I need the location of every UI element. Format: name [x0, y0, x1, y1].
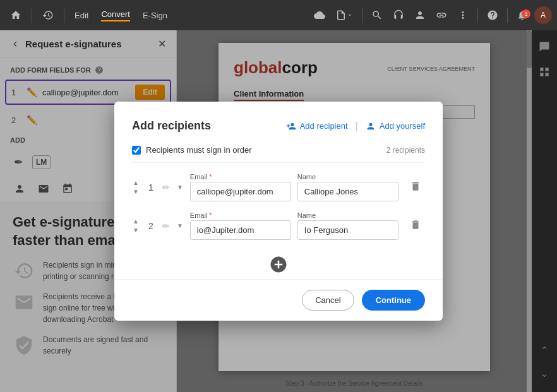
- toolbar-divider-1: [32, 8, 32, 23]
- arrow-down-2[interactable]: ▼: [132, 227, 140, 234]
- modal-overlay: Add recipients Add recipient | Add yours…: [0, 30, 557, 392]
- continue-button[interactable]: Continue: [362, 290, 425, 311]
- add-yourself-button[interactable]: Add yourself: [366, 121, 425, 131]
- toolbar: Edit Convert E-Sign 1 A: [0, 0, 557, 30]
- toolbar-divider-3: [362, 8, 362, 23]
- recipient-form-1: ▲ ▼ 1 ✏ ▼ Email *: [132, 173, 425, 201]
- email-input-1[interactable]: [190, 182, 291, 201]
- add-plus-button[interactable]: [269, 255, 288, 274]
- email-input-2[interactable]: [190, 220, 291, 240]
- trash-button-2[interactable]: [407, 217, 424, 235]
- user-button[interactable]: [410, 6, 429, 25]
- name-input-2[interactable]: [297, 220, 398, 240]
- email-group-2: Email *: [190, 211, 291, 240]
- cancel-button[interactable]: Cancel: [302, 290, 354, 311]
- edit-icon-2[interactable]: ✏: [162, 221, 170, 231]
- main-area: Request e-signatures ✕ ADD FORM FIELDS F…: [0, 30, 557, 392]
- divider: [132, 162, 425, 163]
- dropdown-1[interactable]: ▼: [176, 184, 184, 191]
- arrow-down-1[interactable]: ▼: [132, 188, 140, 196]
- name-group-1: Name: [297, 173, 398, 201]
- modal-title: Add recipients: [132, 119, 211, 133]
- link-button[interactable]: [432, 6, 451, 25]
- email-group-1: Email *: [190, 173, 291, 201]
- search-button[interactable]: [368, 6, 386, 25]
- bell-button[interactable]: 1: [513, 6, 532, 25]
- headphone-button[interactable]: [389, 6, 408, 25]
- esign-button[interactable]: E-Sign: [138, 7, 172, 24]
- dropdown-arrow-2: ▼: [176, 222, 184, 230]
- dropdown-arrow-1: ▼: [176, 184, 184, 191]
- file-button[interactable]: [332, 6, 357, 25]
- cloud-button[interactable]: [310, 6, 329, 25]
- add-recipient-button[interactable]: Add recipient: [286, 121, 348, 131]
- reorder-arrows-1: ▲ ▼: [132, 179, 140, 196]
- recipient-form-2: ▲ ▼ 2 ✏ ▼ Email *: [132, 211, 425, 240]
- toolbar-divider-5: [507, 8, 508, 23]
- reorder-arrows-2: ▲ ▼: [132, 218, 140, 234]
- row-num-2: 2: [146, 221, 156, 231]
- toolbar-divider-2: [64, 8, 64, 23]
- toolbar-divider-4: [477, 8, 478, 23]
- history-button[interactable]: [37, 6, 59, 25]
- sign-order-row: Recipients must sign in order 2 recipien…: [132, 145, 425, 155]
- convert-button[interactable]: Convert: [96, 6, 135, 25]
- modal-footer: Cancel Continue: [114, 279, 443, 321]
- arrow-up-1[interactable]: ▲: [132, 179, 140, 187]
- name-group-2: Name: [297, 211, 398, 240]
- more-button[interactable]: [453, 6, 472, 25]
- bell-badge: 1: [522, 9, 530, 18]
- avatar[interactable]: A: [534, 6, 552, 24]
- sign-order-checkbox[interactable]: [132, 146, 141, 155]
- arrow-up-2[interactable]: ▲: [132, 218, 140, 225]
- sign-order-label[interactable]: Recipients must sign in order: [146, 145, 252, 155]
- modal: Add recipients Add recipient | Add yours…: [114, 102, 443, 321]
- home-button[interactable]: [5, 6, 27, 25]
- row-num-1: 1: [146, 182, 156, 193]
- trash-button-1[interactable]: [407, 178, 424, 197]
- help-button[interactable]: [483, 6, 502, 25]
- edit-button[interactable]: Edit: [69, 7, 93, 24]
- add-plus-row: [132, 250, 425, 274]
- recipients-count: 2 recipients: [386, 146, 425, 155]
- edit-icon-1[interactable]: ✏: [162, 182, 170, 193]
- name-input-1[interactable]: [297, 182, 398, 201]
- convert-label: Convert: [101, 9, 130, 21]
- dropdown-2[interactable]: ▼: [176, 222, 184, 230]
